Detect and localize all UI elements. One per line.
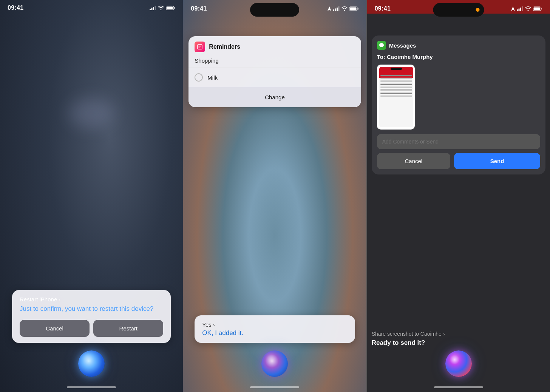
svg-rect-6: [167, 7, 173, 9]
reminders-icon-svg: [197, 44, 202, 49]
svg-rect-1: [151, 8, 153, 11]
recording-dot-p3: [476, 8, 479, 12]
dynamic-island-p3: [433, 3, 484, 17]
preview-content-p3: [380, 75, 412, 98]
wifi-icon-p3: [525, 6, 531, 11]
svg-rect-24: [533, 8, 540, 10]
restart-button-p1[interactable]: Restart: [93, 320, 163, 337]
status-icons-p2: [328, 6, 359, 11]
panel-2: 09:41: [183, 0, 366, 392]
siri-orb-p2: [261, 350, 288, 377]
home-bar-p1: [67, 386, 116, 388]
chevron-p1: ›: [59, 296, 60, 302]
svg-rect-23: [541, 8, 542, 10]
preview-notch-p3: [391, 68, 402, 70]
time-p3: 09:41: [375, 5, 391, 12]
svg-rect-19: [518, 9, 519, 11]
siri-orb-p1: [78, 350, 105, 377]
svg-rect-0: [150, 9, 151, 10]
svg-rect-8: [335, 9, 336, 11]
added-label-p2: OK, I added it.: [202, 329, 347, 337]
change-button-p2[interactable]: Change: [188, 87, 361, 107]
panel-3: 09:41: [367, 0, 550, 392]
cancel-button-p1[interactable]: Cancel: [20, 320, 90, 337]
home-bar-p3: [434, 386, 483, 388]
siri-area-p3: Share screenshot to Caoimhe › Ready to s…: [372, 331, 545, 347]
action-buttons-p3: Cancel Send: [377, 153, 540, 169]
item-text-p2: Milk: [207, 74, 218, 81]
signal-icon-p1: [150, 6, 156, 10]
screenshot-preview-p3: [377, 65, 415, 130]
share-label-p3: Share screenshot to Caoimhe ›: [372, 331, 545, 337]
time-p1: 09:41: [8, 5, 23, 11]
radio-p2[interactable]: [195, 73, 203, 82]
home-bar-p2: [250, 386, 299, 388]
app-header-p3: Messages: [377, 41, 540, 50]
siri-orb-visual-p1: [78, 350, 105, 377]
dynamic-island-p2: [250, 3, 299, 17]
siri-bubble-p2: Yes › OK, I added it.: [188, 315, 361, 343]
reminders-card-p2: Reminders Shopping Milk Change: [188, 36, 361, 107]
siri-bubble-p1: Restart iPhone › Just to confirm, you wa…: [12, 290, 171, 343]
svg-rect-21: [522, 6, 523, 11]
reminders-icon-p2: [195, 42, 205, 52]
cancel-button-p3[interactable]: Cancel: [377, 153, 450, 169]
siri-orb-visual-p3: [445, 350, 472, 377]
battery-icon-p3: [533, 6, 542, 11]
panel-1: 09:41: [0, 0, 183, 392]
svg-rect-5: [174, 7, 175, 9]
messages-icon-svg: [379, 43, 384, 48]
battery-icon-p1: [166, 6, 175, 10]
svg-rect-10: [338, 6, 339, 11]
svg-rect-20: [520, 8, 521, 11]
status-icons-p1: [150, 6, 175, 10]
question-p1: Just to confirm, you want to restart thi…: [20, 305, 163, 313]
app-name-p3: Messages: [389, 42, 416, 49]
wifi-icon-p2: [341, 6, 348, 11]
siri-bubble-inner-p2: Yes › OK, I added it.: [195, 315, 355, 343]
siri-orb-p3: [445, 350, 472, 377]
card-header-p2: Reminders: [188, 36, 361, 55]
send-button-p3[interactable]: Send: [454, 153, 540, 169]
list-title-p2: Shopping: [188, 55, 361, 68]
app-name-p2: Reminders: [209, 43, 240, 50]
messages-card-p3: Messages To: Caoimhe Murphy: [372, 35, 545, 174]
signal-icon-p2: [333, 6, 340, 11]
svg-rect-7: [333, 9, 334, 11]
preview-image-p3: [379, 67, 413, 127]
messages-icon-p3: [377, 41, 386, 50]
signal-icon-p3: [517, 6, 523, 11]
action-buttons-p1: Cancel Restart: [20, 320, 163, 337]
to-label-p3: To: Caoimhe Murphy: [377, 54, 540, 60]
ready-label-p3: Ready to send it?: [372, 339, 545, 347]
svg-rect-12: [358, 8, 358, 10]
battery-icon-p2: [349, 6, 359, 11]
svg-rect-3: [155, 6, 156, 10]
glow-blob-p1: [69, 98, 114, 128]
siri-action-area-p1: Restart iPhone › Just to confirm, you wa…: [0, 290, 183, 343]
reminder-item-p2: Milk: [188, 68, 361, 87]
svg-rect-9: [337, 8, 338, 11]
location-icon-p2: [328, 6, 331, 11]
svg-rect-2: [153, 7, 154, 10]
chevron-p2: ›: [213, 321, 215, 328]
chevron-p3: ›: [443, 331, 445, 337]
location-icon-p3: [511, 6, 515, 11]
comments-input-p3[interactable]: [377, 134, 540, 149]
status-icons-p3: [511, 6, 542, 11]
action-title-p1: Restart iPhone ›: [20, 296, 163, 302]
svg-rect-18: [517, 9, 518, 11]
wifi-icon-p1: [158, 6, 164, 10]
yes-row-p2: Yes ›: [202, 321, 347, 328]
siri-orb-visual-p2: [261, 350, 288, 377]
time-p2: 09:41: [191, 5, 207, 12]
svg-rect-13: [350, 8, 356, 10]
status-bar-p1: 09:41: [0, 0, 183, 13]
